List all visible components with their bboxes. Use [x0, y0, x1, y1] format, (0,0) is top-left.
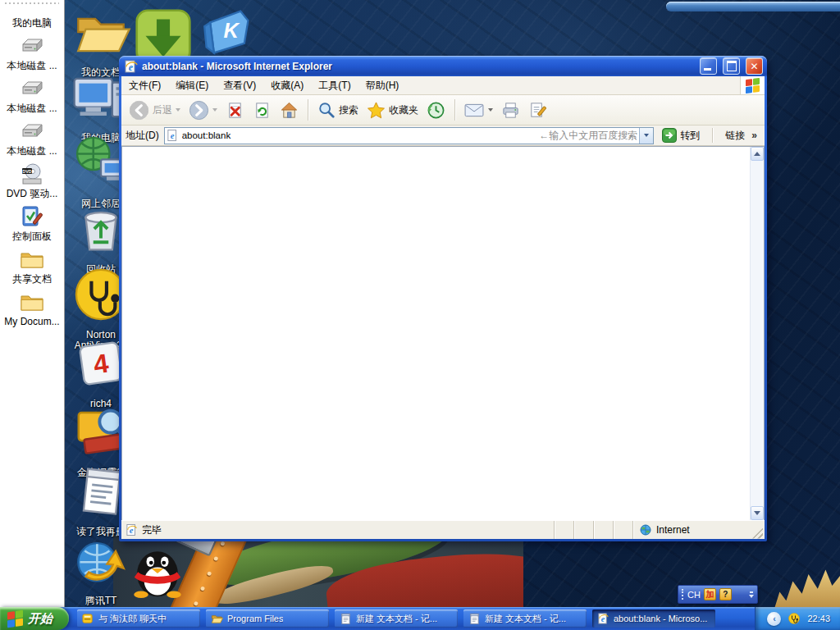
status-pane — [613, 521, 632, 539]
search-button[interactable]: 搜索 — [314, 99, 362, 121]
search-label: 搜索 — [339, 103, 358, 117]
norton-tray-icon[interactable] — [788, 612, 801, 625]
menu-edit[interactable]: 编辑(E) — [168, 76, 216, 94]
edit-icon — [528, 101, 547, 120]
forward-button[interactable] — [185, 98, 221, 122]
panel-item-control-panel[interactable]: 控制面板 — [0, 199, 64, 242]
notepad-icon — [340, 613, 352, 625]
favorites-button[interactable]: 收藏夹 — [363, 99, 422, 121]
address-combo[interactable]: e about:blank ←输入中文用百度搜索 — [164, 127, 655, 144]
panel-item-label: 本地磁盘 ... — [7, 103, 57, 114]
panel-item-label: 共享文档 — [12, 273, 52, 285]
blank-page[interactable] — [122, 147, 750, 520]
language-indicator[interactable]: CH — [687, 590, 701, 600]
task-button-label: 新建 文本文档 - 记... — [485, 613, 566, 625]
minimize-button[interactable] — [700, 57, 717, 75]
refresh-button[interactable] — [249, 99, 275, 121]
stop-icon — [226, 101, 244, 120]
task-button-notepad-2[interactable]: 新建 文本文档 - 记... — [463, 609, 587, 628]
task-button-program-files[interactable]: Program Files — [206, 609, 329, 628]
go-label: 转到 — [680, 129, 700, 143]
scroll-up-button[interactable] — [751, 147, 764, 161]
panel-item-local-disk-3[interactable]: 本地磁盘 ... — [0, 114, 64, 157]
window-titlebar[interactable]: e about:blank - Microsoft Internet Explo… — [119, 56, 767, 76]
edit-button[interactable] — [525, 99, 550, 121]
start-button[interactable]: 开始 — [0, 607, 69, 630]
task-button-ie-active[interactable]: e about:blank - Microso... — [592, 609, 715, 628]
svg-text:K: K — [223, 19, 240, 42]
disk-drive-icon — [19, 33, 45, 59]
task-button-qq-chat[interactable]: 与 淘汰郎 聊天中 — [77, 609, 200, 628]
taskbar: 开始 与 淘汰郎 聊天中 Program Files 新建 文本文档 - 记..… — [0, 607, 840, 630]
panel-item-local-disk-2[interactable]: 本地磁盘 ... — [0, 71, 64, 114]
panel-grip-handle[interactable] — [5, 2, 59, 4]
panel-item-label: 我的电脑 — [12, 17, 52, 29]
print-icon — [501, 101, 520, 120]
desktop-toolbar-panel: 我的电脑 本地磁盘 ... 本地磁盘 ... 本地磁盘 ... DVD DVD … — [0, 0, 65, 607]
maximize-button[interactable] — [723, 57, 740, 75]
home-button[interactable] — [276, 99, 302, 121]
folder-icon — [19, 289, 45, 315]
hide-icons-chevron-icon[interactable]: ‹ — [767, 612, 781, 626]
qq-penguin-icon — [125, 592, 190, 606]
menu-bar: 文件(F) 编辑(E) 查看(V) 收藏(A) 工具(T) 帮助(H) — [121, 76, 765, 95]
language-bar-options-icon[interactable] — [749, 591, 754, 598]
resize-grip[interactable] — [752, 528, 763, 539]
menu-tools[interactable]: 工具(T) — [311, 76, 358, 94]
task-button-label: about:blank - Microso... — [614, 614, 707, 623]
links-label: 链接 — [725, 129, 745, 143]
home-icon — [280, 101, 299, 120]
address-value[interactable]: about:blank — [182, 130, 231, 140]
language-bar-grip[interactable] — [682, 589, 684, 600]
address-bar: 地址(D) e about:blank ←输入中文用百度搜索 转到 链接 — [121, 126, 765, 146]
favorites-label: 收藏夹 — [389, 103, 418, 117]
menu-help[interactable]: 帮助(H) — [358, 76, 407, 94]
close-button[interactable] — [746, 57, 763, 75]
menu-view[interactable]: 查看(V) — [216, 76, 263, 94]
windows-flag-icon — [7, 609, 23, 628]
scroll-down-button[interactable] — [751, 506, 764, 520]
back-icon — [129, 100, 149, 121]
stop-button[interactable] — [222, 99, 248, 121]
taskbar-clock[interactable]: 22:43 — [807, 614, 830, 623]
tencent-tt-icon — [71, 579, 131, 593]
panel-item-label: 本地磁盘 ... — [7, 145, 57, 157]
baidu-search-hint[interactable]: ←输入中文用百度搜索 — [539, 129, 637, 143]
status-pane — [554, 521, 573, 539]
panel-item-shared-documents[interactable]: 共享文档 — [0, 242, 64, 285]
ime-mode-icon[interactable]: 加 — [704, 588, 716, 600]
toolbar: 后退 搜索 收藏夹 — [121, 95, 765, 126]
history-icon — [427, 101, 445, 120]
ime-help-icon[interactable]: ? — [719, 588, 732, 600]
panel-item-my-computer[interactable]: 我的电脑 — [0, 9, 64, 29]
print-button[interactable] — [498, 99, 523, 121]
vertical-scrollbar[interactable] — [750, 147, 764, 520]
go-button[interactable]: 转到 — [659, 128, 703, 143]
status-ie-icon: e — [126, 524, 138, 536]
mail-button[interactable] — [461, 101, 496, 120]
address-separator — [712, 128, 713, 143]
desktop-icon-label: 腾讯TT — [71, 596, 131, 606]
back-button[interactable]: 后退 — [126, 98, 184, 122]
notepad-icon — [468, 613, 481, 625]
forward-dropdown-icon — [212, 108, 217, 112]
status-message: 完毕 — [142, 523, 162, 537]
menu-file[interactable]: 文件(F) — [121, 76, 168, 94]
menu-favorites[interactable]: 收藏(A) — [263, 76, 311, 94]
address-dropdown-button[interactable] — [639, 128, 653, 144]
panel-item-my-documents[interactable]: My Docum... — [0, 285, 64, 327]
status-bar: e 完毕 Internet — [121, 520, 765, 539]
task-button-notepad-1[interactable]: 新建 文本文档 - 记... — [335, 609, 458, 628]
panel-item-dvd-drive[interactable]: DVD DVD 驱动... — [0, 157, 64, 199]
search-icon — [317, 101, 336, 119]
language-bar[interactable]: CH 加 ? — [678, 585, 758, 604]
wallpaper-top-bar — [666, 2, 840, 11]
links-button[interactable]: 链接 — [722, 129, 760, 143]
history-button[interactable] — [423, 99, 449, 121]
disk-drive-icon — [19, 118, 45, 144]
address-label: 地址(D) — [126, 129, 159, 143]
panel-item-local-disk-1[interactable]: 本地磁盘 ... — [0, 29, 64, 71]
dvd-drive-icon: DVD — [19, 161, 45, 187]
task-buttons: 与 淘汰郎 聊天中 Program Files 新建 文本文档 - 记... 新… — [77, 609, 751, 628]
svg-text:e: e — [170, 130, 174, 139]
